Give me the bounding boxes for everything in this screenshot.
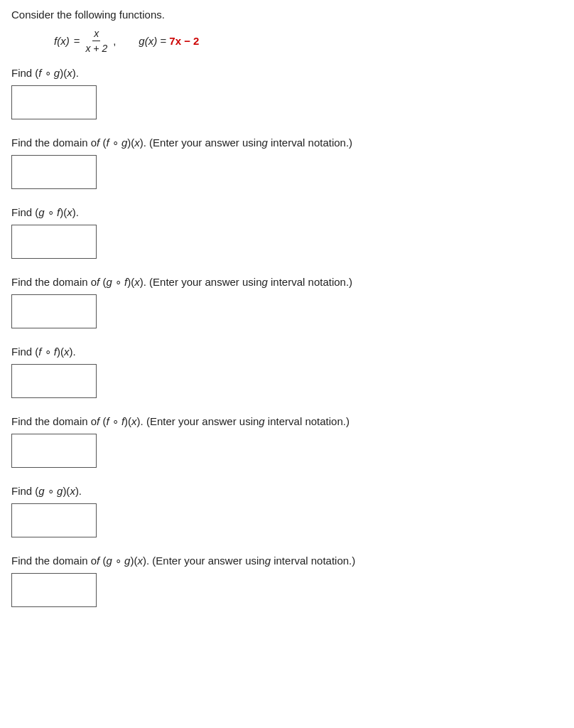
question-gog-domain: Find the domain of (g ∘ g)(x). (Enter yo… — [11, 555, 563, 607]
fraction: x x + 2 — [84, 28, 109, 54]
fx-label: f(x) — [54, 35, 70, 47]
gx-expr: 7x − 2 — [169, 35, 199, 47]
answer-input-gof-domain[interactable] — [11, 294, 97, 328]
gx-equals: = — [160, 35, 169, 47]
question-gog: Find (g ∘ g)(x). — [11, 485, 563, 537]
question-label-fog: Find (f ∘ g)(x). — [11, 67, 563, 80]
question-gof: Find (g ∘ f)(x). — [11, 206, 563, 259]
gx-definition: g(x) = 7x − 2 — [139, 35, 199, 47]
answer-input-fog-domain[interactable] — [11, 155, 97, 189]
question-label-gof: Find (g ∘ f)(x). — [11, 206, 563, 219]
question-fof: Find (f ∘ f)(x). — [11, 346, 563, 398]
answer-input-fof-domain[interactable] — [11, 434, 97, 468]
intro-text: Consider the following functions. — [11, 9, 563, 21]
question-label-fof: Find (f ∘ f)(x). — [11, 346, 563, 358]
question-fog-domain: Find the domain of (f ∘ g)(x). (Enter yo… — [11, 136, 563, 189]
question-fof-domain: Find the domain of (f ∘ f)(x). (Enter yo… — [11, 415, 563, 468]
functions-display: f(x) = x x + 2 , g(x) = 7x − 2 — [54, 28, 563, 54]
gx-label: g(x) — [139, 35, 157, 47]
answer-input-gog-domain[interactable] — [11, 573, 97, 607]
answer-input-fog[interactable] — [11, 85, 97, 119]
fraction-numerator: x — [92, 28, 100, 41]
question-fog: Find (f ∘ g)(x). — [11, 67, 563, 119]
questions-container: Find (f ∘ g)(x).Find the domain of (f ∘ … — [11, 67, 563, 607]
answer-input-gof[interactable] — [11, 225, 97, 259]
question-label-fog-domain: Find the domain of (f ∘ g)(x). (Enter yo… — [11, 136, 563, 149]
answer-input-fof[interactable] — [11, 364, 97, 398]
comma: , — [113, 35, 116, 47]
question-label-fof-domain: Find the domain of (f ∘ f)(x). (Enter yo… — [11, 415, 563, 428]
question-label-gog: Find (g ∘ g)(x). — [11, 485, 563, 498]
fx-equals: = — [74, 35, 80, 47]
question-gof-domain: Find the domain of (g ∘ f)(x). (Enter yo… — [11, 276, 563, 328]
answer-input-gog[interactable] — [11, 503, 97, 537]
fx-definition: f(x) = x x + 2 , — [54, 28, 116, 54]
question-label-gog-domain: Find the domain of (g ∘ g)(x). (Enter yo… — [11, 555, 563, 567]
fraction-denominator: x + 2 — [84, 41, 109, 54]
question-label-gof-domain: Find the domain of (g ∘ f)(x). (Enter yo… — [11, 276, 563, 289]
